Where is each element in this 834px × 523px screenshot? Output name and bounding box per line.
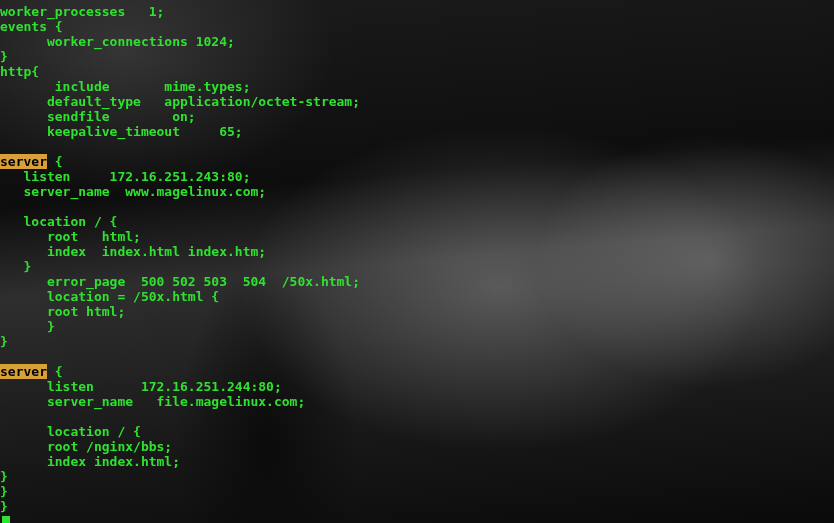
cfg-default-type: default_type application/octet-stream;	[0, 94, 360, 109]
cfg-server1-brace: {	[47, 154, 63, 169]
cfg-events-open: events {	[0, 19, 63, 34]
terminal-output: worker_processes 1; events { worker_conn…	[0, 4, 360, 523]
cfg-server2-root: root /nginx/bbs;	[0, 439, 172, 454]
terminal-cursor[interactable]	[2, 516, 10, 523]
cfg-server1-error-page: error_page 500 502 503 504 /50x.html;	[0, 274, 360, 289]
cfg-server1-50x-root: root html;	[0, 304, 125, 319]
cfg-server1-close: }	[0, 334, 8, 349]
cfg-server2-brace: {	[47, 364, 63, 379]
cfg-server1-50x-open: location = /50x.html {	[0, 289, 219, 304]
highlight-server-2: server	[0, 364, 47, 379]
cfg-close-brace-3: }	[0, 499, 8, 514]
cfg-server2-index: index index.html;	[0, 454, 180, 469]
cfg-http-open: http{	[0, 64, 39, 79]
cfg-server1-name: server_name www.magelinux.com;	[0, 184, 266, 199]
cfg-server1-index: index index.html index.htm;	[0, 244, 266, 259]
cfg-server1-50x-close: }	[0, 319, 55, 334]
cfg-server1-location-open: location / {	[0, 214, 117, 229]
cfg-worker-connections: worker_connections 1024;	[0, 34, 235, 49]
cfg-keepalive: keepalive_timeout 65;	[0, 124, 243, 139]
cfg-close-brace-1: }	[0, 469, 8, 484]
cfg-server1-listen: listen 172.16.251.243:80;	[0, 169, 250, 184]
highlight-server-1: server	[0, 154, 47, 169]
cfg-server2-name: server_name file.magelinux.com;	[0, 394, 305, 409]
cfg-close-brace-2: }	[0, 484, 8, 499]
cfg-server1-root: root html;	[0, 229, 141, 244]
cfg-include: include mime.types;	[0, 79, 250, 94]
cfg-sendfile: sendfile on;	[0, 109, 196, 124]
cfg-worker-processes: worker_processes 1;	[0, 4, 164, 19]
cfg-server2-listen: listen 172.16.251.244:80;	[0, 379, 282, 394]
cfg-events-close: }	[0, 49, 8, 64]
cfg-server2-location-open: location / {	[0, 424, 141, 439]
cfg-server1-location-close: }	[0, 259, 31, 274]
